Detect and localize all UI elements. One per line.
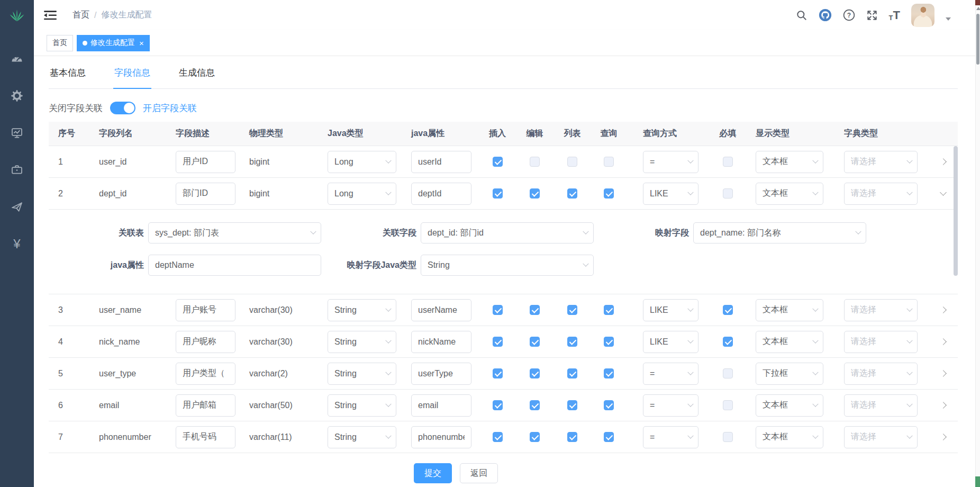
list-checkbox[interactable] <box>567 432 577 442</box>
page-scrollbar[interactable] <box>975 0 980 487</box>
java-type-select[interactable]: String <box>328 426 396 448</box>
help-button[interactable]: ? <box>843 9 855 21</box>
user-avatar[interactable] <box>911 4 934 27</box>
edit-checkbox[interactable] <box>530 368 540 378</box>
description-input[interactable] <box>176 394 235 417</box>
display-type-select[interactable]: 文本框 <box>756 331 823 353</box>
edit-checkbox[interactable] <box>530 305 540 315</box>
list-checkbox[interactable] <box>567 400 577 410</box>
relation-switch[interactable] <box>110 102 135 114</box>
dict-type-select[interactable]: 请选择 <box>844 426 918 448</box>
display-type-select[interactable]: 文本框 <box>756 183 823 205</box>
query-type-select[interactable]: LIKE <box>643 183 698 205</box>
submit-button[interactable]: 提交 <box>414 463 452 483</box>
insert-checkbox[interactable] <box>493 368 503 378</box>
list-checkbox[interactable] <box>567 157 577 167</box>
required-checkbox[interactable] <box>723 368 733 378</box>
display-type-select[interactable]: 文本框 <box>756 394 823 417</box>
description-input[interactable] <box>176 299 235 321</box>
java-type-select[interactable]: Long <box>328 183 396 205</box>
edit-checkbox[interactable] <box>530 400 540 410</box>
description-input[interactable] <box>176 331 235 353</box>
breadcrumb-home[interactable]: 首页 <box>72 10 89 21</box>
java-field-input[interactable] <box>411 299 471 321</box>
required-checkbox[interactable] <box>723 432 733 442</box>
display-type-select[interactable]: 文本框 <box>756 151 823 173</box>
edit-checkbox[interactable] <box>530 432 540 442</box>
scrollbar-thumb[interactable] <box>976 14 979 65</box>
description-input[interactable] <box>176 363 235 385</box>
github-link[interactable] <box>819 8 832 22</box>
row-expand-arrow[interactable] <box>940 338 947 345</box>
back-button[interactable]: 返回 <box>460 463 498 483</box>
sidebar-item-tool[interactable] <box>0 151 34 188</box>
sidebar-item-system[interactable] <box>0 77 34 114</box>
row-expand-arrow[interactable] <box>940 434 947 440</box>
expansion-select[interactable]: dept_id: 部门id <box>421 222 594 244</box>
required-checkbox[interactable] <box>723 337 733 347</box>
tab-basic-info[interactable]: 基本信息 <box>49 67 87 88</box>
edit-checkbox[interactable] <box>530 188 540 199</box>
scrollbar-up-arrow[interactable] <box>976 7 980 10</box>
dict-type-select[interactable]: 请选择 <box>844 299 918 321</box>
java-type-select[interactable]: String <box>328 363 396 385</box>
dict-type-select[interactable]: 请选择 <box>844 331 918 353</box>
description-input[interactable] <box>176 183 235 205</box>
app-logo[interactable] <box>0 0 34 31</box>
query-type-select[interactable]: LIKE <box>643 331 698 353</box>
java-field-input[interactable] <box>411 363 471 385</box>
java-type-select[interactable]: String <box>328 299 396 321</box>
sidebar-item-pay[interactable]: ¥ <box>0 226 34 263</box>
expansion-select[interactable]: dept_name: 部门名称 <box>693 222 866 244</box>
expansion-select[interactable]: String <box>421 255 594 276</box>
insert-checkbox[interactable] <box>493 337 503 347</box>
sidebar-item-guide[interactable] <box>0 188 34 226</box>
list-checkbox[interactable] <box>567 337 577 347</box>
query-checkbox[interactable] <box>604 305 614 315</box>
query-type-select[interactable]: = <box>643 426 698 448</box>
sidebar-item-dashboard[interactable] <box>0 40 34 77</box>
display-type-select[interactable]: 文本框 <box>756 299 823 321</box>
description-input[interactable] <box>176 426 235 448</box>
query-checkbox[interactable] <box>604 432 614 442</box>
row-expand-arrow[interactable] <box>940 189 947 196</box>
edit-checkbox[interactable] <box>530 157 540 167</box>
list-checkbox[interactable] <box>567 305 577 315</box>
display-type-select[interactable]: 文本框 <box>756 426 823 448</box>
insert-checkbox[interactable] <box>493 305 503 315</box>
font-size-button[interactable]: TT <box>889 10 900 21</box>
java-field-input[interactable] <box>411 394 471 417</box>
tag-home[interactable]: 首页 <box>47 35 73 51</box>
expansion-select[interactable]: sys_dept: 部门表 <box>148 222 321 244</box>
search-button[interactable] <box>796 10 807 21</box>
java-type-select[interactable]: String <box>328 394 396 417</box>
dict-type-select[interactable]: 请选择 <box>844 394 918 417</box>
table-scrollbar-thumb[interactable] <box>954 146 958 276</box>
java-field-input[interactable] <box>411 331 471 353</box>
edit-checkbox[interactable] <box>530 337 540 347</box>
required-checkbox[interactable] <box>723 400 733 410</box>
row-expand-arrow[interactable] <box>940 306 947 313</box>
java-field-input[interactable] <box>411 426 471 448</box>
query-checkbox[interactable] <box>604 368 614 378</box>
tab-generate-info[interactable]: 生成信息 <box>178 67 216 88</box>
display-type-select[interactable]: 下拉框 <box>756 363 823 385</box>
required-checkbox[interactable] <box>723 188 733 199</box>
java-field-input[interactable] <box>411 183 471 205</box>
insert-checkbox[interactable] <box>493 432 503 442</box>
avatar-dropdown-caret[interactable] <box>946 17 951 21</box>
java-type-select[interactable]: Long <box>328 151 396 173</box>
tag-active-page[interactable]: 修改生成配置 × <box>77 35 150 51</box>
java-field-input[interactable] <box>411 151 471 173</box>
query-checkbox[interactable] <box>604 337 614 347</box>
insert-checkbox[interactable] <box>493 188 503 199</box>
row-expand-arrow[interactable] <box>940 402 947 409</box>
query-type-select[interactable]: LIKE <box>643 299 698 321</box>
dict-type-select[interactable]: 请选择 <box>844 363 918 385</box>
query-checkbox[interactable] <box>604 188 614 199</box>
row-expand-arrow[interactable] <box>940 158 947 165</box>
row-expand-arrow[interactable] <box>940 370 947 377</box>
sidebar-collapse-button[interactable] <box>41 7 60 24</box>
required-checkbox[interactable] <box>723 157 733 167</box>
dict-type-select[interactable]: 请选择 <box>844 151 918 173</box>
